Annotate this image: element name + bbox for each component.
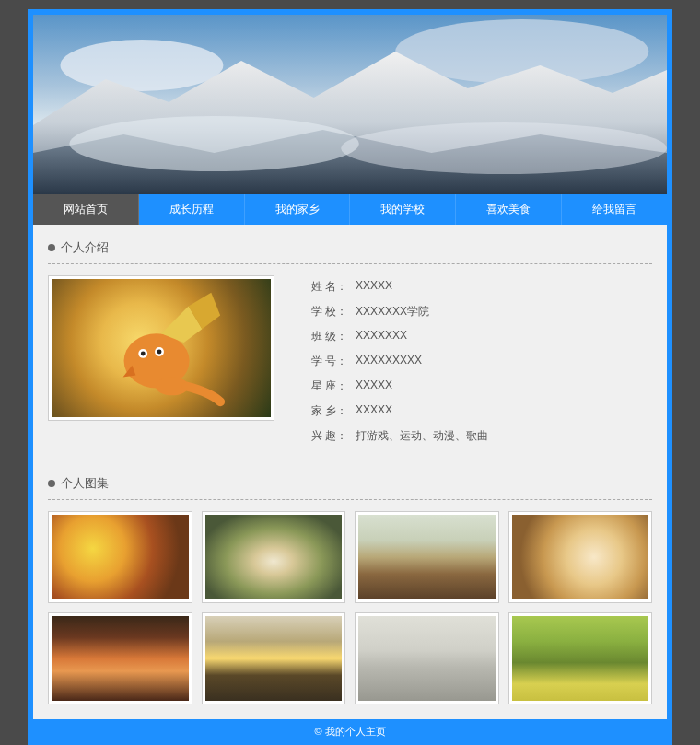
- gallery-image-snow: [358, 616, 496, 701]
- svg-point-4: [341, 122, 667, 174]
- gallery-item[interactable]: [355, 511, 499, 603]
- bullet-icon: [48, 480, 55, 487]
- content-area: 个人介绍: [33, 225, 667, 719]
- gallery-item[interactable]: [48, 612, 192, 704]
- info-row-school: 学 校： XXXXXXX学院: [311, 304, 652, 320]
- info-row-sign: 星 座： XXXXX: [311, 378, 652, 394]
- info-value: XXXXXXXXX: [356, 354, 422, 369]
- bullet-icon: [48, 244, 55, 251]
- info-value: 打游戏、运动、动漫、歌曲: [356, 428, 488, 444]
- info-value: XXXXX: [356, 279, 392, 295]
- info-label: 班 级：: [311, 329, 356, 344]
- info-label: 兴 趣：: [311, 428, 356, 444]
- gallery-item[interactable]: [48, 511, 192, 603]
- info-label: 学 校：: [311, 304, 356, 320]
- main-nav: 网站首页 成长历程 我的家乡 我的学校 喜欢美食 给我留言: [33, 194, 667, 225]
- info-row-hometown: 家 乡： XXXXX: [311, 403, 652, 419]
- info-value: XXXXXXX学院: [356, 304, 429, 320]
- gallery-item[interactable]: [202, 511, 346, 603]
- nav-growth[interactable]: 成长历程: [139, 194, 245, 225]
- nav-hometown[interactable]: 我的家乡: [245, 194, 351, 225]
- svg-point-1: [60, 40, 223, 91]
- nav-home[interactable]: 网站首页: [33, 194, 139, 225]
- gallery-image-food-3: [358, 515, 496, 599]
- intro-header: 个人介绍: [48, 236, 652, 264]
- gallery-image-food-4: [512, 515, 649, 599]
- gallery-title: 个人图集: [61, 475, 109, 492]
- gallery-image-sunset: [52, 616, 189, 701]
- svg-point-9: [158, 349, 162, 354]
- info-value: XXXXX: [356, 403, 392, 419]
- hero-banner: [33, 15, 667, 194]
- info-row-hobby: 兴 趣： 打游戏、运动、动漫、歌曲: [311, 428, 652, 444]
- gallery-item[interactable]: [508, 612, 653, 704]
- info-row-class: 班 级： XXXXXXX: [311, 329, 652, 344]
- nav-message[interactable]: 给我留言: [562, 194, 667, 225]
- gallery-image-willow: [205, 616, 343, 701]
- gallery-image-food-1: [52, 515, 189, 599]
- info-row-name: 姓 名： XXXXX: [311, 279, 652, 295]
- gallery-image-food-2: [205, 515, 343, 599]
- profile-info: 姓 名： XXXXX 学 校： XXXXXXX学院 班 级： XXXXXXX 学…: [311, 275, 652, 453]
- gallery-image-park: [512, 616, 649, 701]
- intro-body: 姓 名： XXXXX 学 校： XXXXXXX学院 班 级： XXXXXXX 学…: [48, 275, 652, 453]
- info-label: 家 乡：: [311, 403, 356, 419]
- info-value: XXXXXXX: [356, 329, 407, 344]
- gallery-item[interactable]: [355, 612, 499, 704]
- page-container: 网站首页 成长历程 我的家乡 我的学校 喜欢美食 给我留言 个人介绍: [28, 9, 672, 745]
- info-label: 星 座：: [311, 378, 356, 394]
- gallery-item[interactable]: [202, 612, 346, 704]
- avatar-image: [52, 279, 271, 417]
- gallery-header: 个人图集: [48, 471, 652, 500]
- info-row-id: 学 号： XXXXXXXXX: [311, 354, 652, 369]
- nav-school[interactable]: 我的学校: [350, 194, 456, 225]
- svg-point-3: [69, 116, 359, 171]
- footer: © 我的个人主页: [33, 719, 667, 744]
- intro-title: 个人介绍: [61, 239, 109, 256]
- gallery-item[interactable]: [508, 511, 653, 603]
- footer-text: © 我的个人主页: [314, 726, 385, 737]
- gallery-grid: [48, 511, 652, 704]
- info-label: 学 号：: [311, 354, 356, 369]
- info-label: 姓 名：: [311, 279, 356, 295]
- nav-food[interactable]: 喜欢美食: [456, 194, 562, 225]
- avatar-frame: [48, 275, 274, 421]
- info-value: XXXXX: [356, 378, 392, 394]
- svg-point-7: [141, 351, 146, 355]
